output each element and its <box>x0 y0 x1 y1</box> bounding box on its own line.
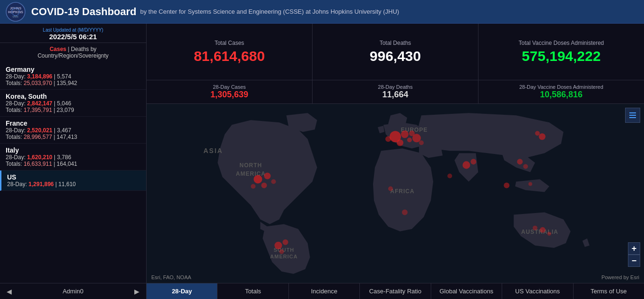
world-map[interactable]: ASIA NORTH AMERICA EUROPE AFRICA SOUTH A… <box>147 104 644 283</box>
svg-point-27 <box>462 161 470 169</box>
28day-cases-card: 28-Day Cases 1,305,639 <box>147 80 313 103</box>
total-deaths-card: Total Deaths 996,430 <box>313 24 479 80</box>
svg-point-40 <box>504 182 509 188</box>
total-cases-value: 81,614,680 <box>194 48 265 64</box>
svg-point-30 <box>523 164 528 169</box>
tab-28day[interactable]: 28-Day <box>147 283 218 299</box>
countries-list: Germany 28-Day: 3,184,896 | 5,574 Totals… <box>0 61 146 283</box>
germany-28day: 28-Day: 3,184,896 | 5,574 <box>6 73 141 80</box>
svg-rect-45 <box>629 115 636 116</box>
svg-point-42 <box>388 186 393 191</box>
total-deaths-value: 996,430 <box>370 48 421 64</box>
total-cases-label: Total Cases <box>215 40 244 46</box>
svg-text:UNIV.: UNIV. <box>13 15 19 18</box>
stats-28day-row: 28-Day Cases 1,305,639 28-Day Deaths 11,… <box>147 80 644 104</box>
svg-text:ASIA: ASIA <box>203 147 223 154</box>
nav-prev-arrow[interactable]: ◀ <box>5 288 14 295</box>
tab-case-fatality[interactable]: Case-Fatality Ratio <box>360 283 431 299</box>
country-item-germany[interactable]: Germany 28-Day: 3,184,896 | 5,574 Totals… <box>0 63 146 90</box>
svg-point-21 <box>419 140 424 145</box>
svg-point-39 <box>447 173 452 178</box>
country-name-france: France <box>6 120 141 127</box>
germany-totals: Totals: 25,033,970 | 135,942 <box>6 80 141 86</box>
zoom-in-button[interactable]: + <box>628 242 640 255</box>
28day-vaccine-value: 10,586,816 <box>540 90 583 100</box>
country-name-italy: Italy <box>6 146 141 154</box>
sidebar-filter: Cases | Deaths by Country/Region/Soverei… <box>0 43 146 61</box>
france-28day: 28-Day: 2,520,021 | 3,467 <box>6 127 141 134</box>
cases-filter-link[interactable]: Cases <box>50 46 66 52</box>
country-name-us: US <box>7 173 141 181</box>
country-item-us[interactable]: US 28-Day: 1,291,896 | 11,610 <box>0 171 146 191</box>
svg-point-31 <box>539 133 546 140</box>
tab-terms-of-use[interactable]: Terms of Use <box>574 283 644 299</box>
total-vaccine-card: Total Vaccine Doses Administered 575,194… <box>479 24 644 80</box>
svg-point-43 <box>402 210 408 215</box>
svg-point-41 <box>529 182 532 186</box>
sidebar: Last Updated at (M/D/YYYY) 2022/5/5 06:2… <box>0 24 147 283</box>
svg-point-35 <box>279 249 284 254</box>
sidebar-header: Last Updated at (M/D/YYYY) 2022/5/5 06:2… <box>0 24 146 43</box>
svg-text:NORTH: NORTH <box>240 162 262 169</box>
svg-point-25 <box>251 184 255 188</box>
content-area: Total Cases 81,614,680 Total Deaths 996,… <box>147 24 644 283</box>
svg-point-28 <box>470 159 476 164</box>
svg-point-20 <box>409 130 415 136</box>
dashboard-title: COVID-19 Dashboard <box>31 6 137 18</box>
svg-point-23 <box>264 172 270 179</box>
country-item-italy[interactable]: Italy 28-Day: 1,620,210 | 3,786 Totals: … <box>0 144 146 171</box>
zoom-out-button[interactable]: − <box>628 255 640 267</box>
svg-point-26 <box>271 179 276 184</box>
svg-point-34 <box>283 239 288 245</box>
bottom-tabs: 28-Day Totals Incidence Case-Fatality Ra… <box>147 283 644 299</box>
map-attribution: Esri, FAO, NOAA <box>151 274 191 280</box>
28day-cases-label: 28-Day Cases <box>213 84 246 90</box>
admin-level-label: Admin0 <box>62 288 83 295</box>
country-item-korea-south[interactable]: Korea, South 28-Day: 2,842,147 | 5,046 T… <box>0 90 146 117</box>
svg-point-29 <box>517 159 522 164</box>
svg-point-24 <box>261 182 267 188</box>
svg-point-33 <box>275 242 282 249</box>
svg-point-36 <box>540 227 546 233</box>
tab-us-vaccinations[interactable]: US Vaccinations <box>502 283 573 299</box>
28day-deaths-card: 28-Day Deaths 11,664 <box>313 80 479 103</box>
datetime-value: 2022/5/5 06:21 <box>5 33 141 41</box>
svg-text:HOPKINS: HOPKINS <box>8 10 23 14</box>
jhu-logo: JOHNS HOPKINS UNIV. <box>6 2 26 22</box>
total-deaths-label: Total Deaths <box>380 40 411 46</box>
italy-totals: Totals: 16,633,911 | 164,041 <box>6 161 141 167</box>
last-updated-label: Last Updated at (M/D/YYYY) <box>5 27 141 33</box>
svg-point-37 <box>533 226 538 231</box>
svg-rect-44 <box>629 112 636 113</box>
map-powered-by: Powered by Esri <box>601 274 639 280</box>
svg-point-32 <box>535 131 540 136</box>
total-cases-card: Total Cases 81,614,680 <box>147 24 313 80</box>
stats-top-row: Total Cases 81,614,680 Total Deaths 996,… <box>147 24 644 80</box>
country-name-korea: Korea, South <box>6 93 141 100</box>
dashboard-subtitle: by the Center for Systems Science and En… <box>140 8 400 15</box>
svg-point-16 <box>385 136 391 142</box>
us-28day: 28-Day: 1,291,896 | 11,610 <box>7 181 141 188</box>
svg-rect-46 <box>629 117 636 118</box>
total-vaccine-label: Total Vaccine Doses Administered <box>519 40 604 46</box>
svg-point-22 <box>253 175 262 183</box>
28day-deaths-value: 11,664 <box>382 90 408 100</box>
28day-vaccine-label: 28-Day Vaccine Doses Administered <box>519 84 603 90</box>
italy-28day: 28-Day: 1,620,210 | 3,786 <box>6 154 141 161</box>
tab-incidence[interactable]: Incidence <box>289 283 360 299</box>
28day-cases-value: 1,305,639 <box>210 90 248 100</box>
nav-next-arrow[interactable]: ▶ <box>132 288 141 295</box>
svg-point-15 <box>401 130 409 138</box>
tab-global-vaccinations[interactable]: Global Vaccinations <box>431 283 502 299</box>
country-name-germany: Germany <box>6 66 141 73</box>
svg-point-17 <box>397 139 403 146</box>
svg-text:AMERICA: AMERICA <box>236 171 266 177</box>
svg-text:AMERICA: AMERICA <box>270 254 297 259</box>
map-list-button[interactable] <box>625 108 640 123</box>
korea-28day: 28-Day: 2,842,147 | 5,046 <box>6 100 141 107</box>
country-item-france[interactable]: France 28-Day: 2,520,021 | 3,467 Totals:… <box>0 117 146 144</box>
tab-totals[interactable]: Totals <box>218 283 288 299</box>
bottom-navigation: ◀ Admin0 ▶ 28-Day Totals Incidence Case-… <box>0 283 644 299</box>
filter-sub: Country/Region/Sovereignty <box>37 52 108 59</box>
svg-text:AFRICA: AFRICA <box>390 188 414 195</box>
